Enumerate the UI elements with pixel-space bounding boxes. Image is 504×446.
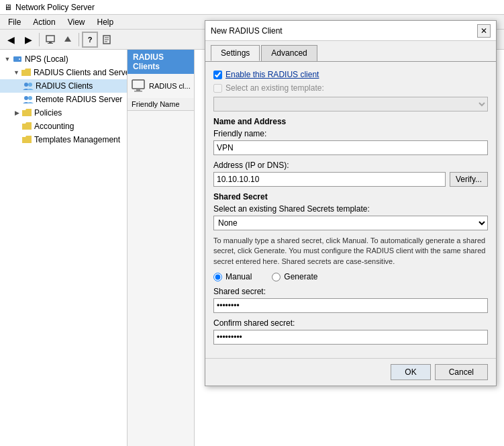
template-dropdown[interactable] [213,97,488,112]
svg-rect-16 [134,91,142,92]
folder-icon-radius [21,67,32,78]
left-panel-tree: ▼ NPS (Local) ▼ RADIUS Clients and Serve… [0,50,128,446]
expand-arrow-nps: ▼ [4,56,11,62]
tree-label-templates: Templates Management [34,135,120,144]
monitor-icon [45,34,56,45]
select-template-label: Select an existing template: [225,83,324,93]
address-input-row: Verify... [213,172,488,187]
tree-item-nps-local[interactable]: ▼ NPS (Local) [0,52,127,66]
address-label: Address (IP or DNS): [213,161,488,170]
svg-marker-3 [64,36,71,42]
svg-rect-15 [136,89,140,91]
show-hide-button[interactable] [42,32,58,48]
select-template-checkbox[interactable] [213,84,222,93]
enable-checkbox-row: Enable this RADIUS client [213,70,488,79]
app-icon: 🖥 [4,3,12,12]
dialog-settings-content: Enable this RADIUS client Select an exis… [205,62,496,358]
radio-manual[interactable] [213,273,222,281]
svg-rect-14 [132,80,144,89]
back-button[interactable]: ◀ [3,32,19,48]
tree-label-radius-clients-servers: RADIUS Clients and Servers [34,68,128,77]
menu-view[interactable]: View [62,16,91,28]
expand-arrow-policies: ▶ [13,109,20,116]
tree-label-radius-clients: RADIUS Clients [36,81,93,91]
confirm-secret-label: Confirm shared secret: [213,318,488,328]
tree-item-templates[interactable]: Templates Management [0,133,127,146]
address-row: Address (IP or DNS): Verify... [213,161,488,187]
export-button[interactable] [99,32,115,48]
tree-item-radius-clients-servers[interactable]: ▼ RADIUS Clients and Servers [0,66,127,79]
tree-item-accounting[interactable]: Accounting [0,120,127,133]
title-bar: 🖥 Network Policy Server [0,0,504,15]
tree-item-radius-clients[interactable]: RADIUS Clients [0,79,127,93]
shared-secret-info-text: To manually type a shared secret, click … [213,236,488,267]
shared-secret-input[interactable] [213,298,488,313]
menu-help[interactable]: Help [92,16,119,28]
shared-secret-template-row: Select an existing Shared Secrets templa… [213,204,488,230]
shared-secret-input-row: Shared secret: [213,287,488,313]
tree-label-policies: Policies [34,108,62,118]
tree-label-accounting: Accounting [34,122,74,131]
new-radius-client-dialog: New RADIUS Client ✕ Settings Advanced En… [205,20,497,386]
expand-arrow-radius: ▼ [13,69,19,76]
export-icon [102,34,113,45]
dialog-title: New RADIUS Client [211,26,477,36]
radio-generate-label: Generate [284,272,317,281]
svg-point-12 [24,96,28,100]
template-dropdown-row [213,97,488,112]
verify-button[interactable]: Verify... [450,172,488,187]
friendly-name-row: Friendly name: [213,129,488,155]
radio-manual-label: Manual [225,272,252,281]
dialog-footer: OK Cancel [205,358,496,386]
dialog-tabs: Settings Advanced [205,41,496,62]
server-icon [12,54,23,64]
friendly-name-input[interactable] [213,140,488,155]
tree-item-policies[interactable]: ▶ Policies [0,106,127,120]
dialog-close-button[interactable]: ✕ [477,24,491,38]
up-button[interactable] [60,32,76,48]
svg-rect-1 [49,42,52,43]
ok-button[interactable]: OK [391,364,430,380]
enable-client-label: Enable this RADIUS client [225,70,319,79]
svg-rect-8 [13,56,21,62]
app-title: Network Policy Server [15,3,95,12]
folder-icon-policies [21,107,32,118]
folder-icon-accounting [21,121,32,132]
enable-client-checkbox[interactable] [213,71,222,79]
tab-advanced[interactable]: Advanced [261,45,317,61]
confirm-secret-input[interactable] [213,330,488,345]
cancel-button[interactable]: Cancel [435,364,488,380]
confirm-secret-input-row: Confirm shared secret: [213,318,488,345]
computer-icon [130,78,146,94]
name-address-section-label: Name and Address [213,117,488,126]
group-icon-remote [23,94,34,105]
svg-point-9 [19,58,20,60]
radio-generate-option: Generate [272,272,317,281]
menu-file[interactable]: File [3,16,26,28]
address-input[interactable] [213,172,446,187]
forward-button[interactable]: ▶ [20,32,36,48]
toolbar-separator-1 [39,33,40,46]
friendly-name-label: Friendly name: [213,129,488,138]
radius-client-list-item[interactable]: RADIUS cl... [128,74,194,98]
tree-label-remote-radius: Remote RADIUS Server [36,95,122,104]
svg-point-13 [28,96,32,100]
help-button[interactable]: ? [82,32,98,48]
shared-secret-dropdown[interactable]: None [213,216,488,230]
radio-manual-option: Manual [213,272,252,281]
radio-generate[interactable] [272,273,281,281]
tab-settings[interactable]: Settings [211,45,260,61]
svg-rect-2 [48,43,53,44]
toolbar-separator-2 [79,33,79,46]
svg-point-11 [28,83,32,87]
tree-label-nps-local: NPS (Local) [25,54,68,64]
group-icon-clients [23,81,34,91]
column-header-friendly-name: Friendly Name [128,98,194,111]
menu-action[interactable]: Action [28,16,60,28]
up-icon [62,34,73,45]
shared-secret-template-label: Select an existing Shared Secrets templa… [213,204,488,214]
tree-item-remote-radius[interactable]: Remote RADIUS Server [0,93,127,106]
shared-secret-label: Shared secret: [213,287,488,296]
folder-icon-templates [21,134,32,145]
shared-secret-section-label: Shared Secret [213,192,488,202]
